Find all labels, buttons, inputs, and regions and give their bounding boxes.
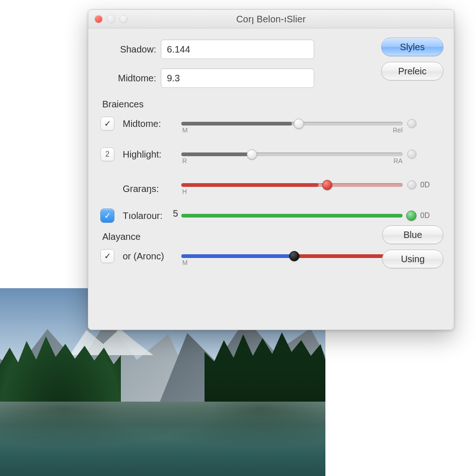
minimize-icon[interactable] bbox=[107, 15, 115, 23]
tiolarour-slider-label: Tıolarour: bbox=[123, 211, 178, 221]
window-title: Corן Belon-ıSlier bbox=[88, 13, 454, 25]
midtome-input-label: Midtome: bbox=[100, 73, 161, 84]
grarans-slider[interactable]: H bbox=[181, 176, 416, 194]
shadow-input[interactable] bbox=[161, 40, 314, 59]
highlight-slider-end-icon bbox=[407, 150, 416, 159]
close-icon[interactable] bbox=[95, 15, 102, 23]
blue-button[interactable]: Blue bbox=[382, 225, 443, 244]
color-dialog-window: Corן Belon-ıSlier Slyles Preſeic Shadow:… bbox=[88, 9, 454, 330]
tiolarour-right-label: 0D bbox=[420, 212, 442, 220]
highlight-checkbox[interactable]: 2 bbox=[100, 147, 114, 161]
zoom-icon[interactable] bbox=[120, 15, 127, 23]
balance-checkbox[interactable]: ✓ bbox=[100, 249, 114, 263]
midtome-tick-right: Rel bbox=[393, 126, 403, 134]
titlebar[interactable]: Corן Belon-ıSlier bbox=[88, 10, 454, 28]
midtome-slider-label: Midtome: bbox=[123, 119, 178, 129]
balance-slider[interactable]: M bbox=[181, 247, 416, 265]
tiolarour-value: 5 bbox=[173, 208, 178, 219]
tiolarour-slider[interactable]: 5 bbox=[181, 206, 416, 225]
grarans-tick-left: H bbox=[182, 188, 187, 195]
grarans-slider-end-icon bbox=[407, 180, 416, 190]
using-button[interactable]: Using bbox=[382, 250, 443, 268]
grarans-right-label: 0D bbox=[420, 181, 442, 189]
shadow-label: Shadow: bbox=[100, 44, 161, 55]
midtome-input[interactable] bbox=[161, 68, 314, 88]
grarans-slider-label: Graraŋs: bbox=[123, 184, 178, 194]
midtome-slider[interactable]: M Rel bbox=[181, 114, 416, 133]
highlight-tick-left: R bbox=[182, 157, 187, 165]
braiences-section-label: Braiences bbox=[102, 99, 442, 110]
balance-slider-label: or (Aronc) bbox=[123, 251, 178, 262]
balance-tick-left: M bbox=[182, 259, 188, 266]
prefeic-button[interactable]: Preſeic bbox=[381, 62, 443, 80]
midtome-checkbox[interactable]: ✓ bbox=[100, 117, 114, 131]
highlight-tick-right: RA bbox=[394, 157, 403, 165]
styles-button[interactable]: Slyles bbox=[381, 38, 443, 56]
highlight-slider-label: Highlight: bbox=[123, 149, 178, 160]
midtome-slider-end-icon bbox=[407, 119, 416, 128]
tiolarour-checkbox[interactable]: ✓ bbox=[100, 209, 114, 223]
midtome-tick-left: M bbox=[182, 126, 188, 134]
highlight-slider[interactable]: R RA bbox=[181, 145, 416, 164]
traffic-lights bbox=[88, 15, 127, 23]
